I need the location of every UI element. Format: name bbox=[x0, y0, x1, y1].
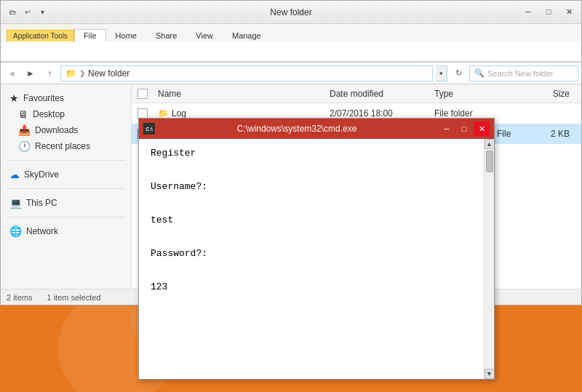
explorer-close-btn[interactable]: ✕ bbox=[559, 4, 578, 20]
qa-icon-1[interactable]: 🗁 bbox=[7, 5, 20, 18]
desktop-icon: 🖥 bbox=[18, 108, 28, 120]
path-icon: 📁 bbox=[65, 68, 76, 79]
cmd-scroll-down-btn[interactable]: ▼ bbox=[485, 369, 495, 379]
thispc-icon: 💻 bbox=[9, 197, 22, 209]
sidebar-favourites-label: Favourites bbox=[23, 93, 125, 103]
explorer-minimize-btn[interactable]: ─ bbox=[519, 4, 538, 20]
sidebar-thispc-section: 💻 This PC bbox=[1, 192, 131, 214]
sidebar-network-label: Network bbox=[26, 226, 125, 236]
sidebar-network-section: 🌐 Network bbox=[1, 220, 131, 242]
downloads-icon: 📥 bbox=[18, 124, 31, 136]
ribbon-content bbox=[1, 41, 581, 62]
sidebar-desktop-label: Desktop bbox=[33, 109, 125, 119]
sidebar-item-recent[interactable]: 🕐 Recent places bbox=[1, 138, 131, 154]
cmd-title-text: C:\windows\system32\cmd.exe bbox=[158, 124, 436, 134]
quick-access-toolbar: 🗁 ↩ ▾ bbox=[4, 4, 52, 20]
sidebar-item-downloads[interactable]: 📥 Downloads bbox=[1, 122, 131, 138]
recent-icon: 🕐 bbox=[18, 140, 31, 152]
tab-share[interactable]: Share bbox=[146, 29, 186, 41]
sidebar-divider-3 bbox=[7, 217, 125, 217]
header-checkbox[interactable] bbox=[137, 89, 148, 99]
explorer-maximize-btn[interactable]: □ bbox=[539, 4, 558, 20]
cmd-minimize-btn[interactable]: ─ bbox=[439, 121, 455, 136]
cmd-line-blank2 bbox=[151, 198, 472, 209]
ribbon-tabs: Application Tools File Home Share View M… bbox=[1, 24, 581, 41]
header-name[interactable]: Name bbox=[158, 89, 327, 99]
sidebar-skydrive-label: SkyDrive bbox=[24, 169, 125, 180]
tab-manage[interactable]: Manage bbox=[223, 29, 271, 41]
cmd-maximize-btn[interactable]: □ bbox=[456, 121, 472, 136]
sidebar: ★ Favourites 🖥 Desktop 📥 Downloads 🕐 Rec… bbox=[1, 84, 132, 289]
tab-view[interactable]: View bbox=[186, 29, 223, 41]
cmd-content[interactable]: Register Username?: test Password?: 123 bbox=[139, 139, 484, 379]
sidebar-downloads-label: Downloads bbox=[35, 125, 125, 135]
refresh-btn[interactable]: ↻ bbox=[450, 65, 466, 81]
search-icon: 🔍 bbox=[474, 68, 485, 78]
tab-file[interactable]: File bbox=[74, 29, 106, 42]
sidebar-recent-label: Recent places bbox=[35, 141, 125, 151]
explorer-title-text: New folder bbox=[7, 7, 575, 17]
cmd-line-blank3 bbox=[151, 231, 472, 242]
address-dropdown-btn[interactable]: ▾ bbox=[436, 65, 447, 81]
cmd-line-test: test bbox=[151, 215, 472, 225]
address-path[interactable]: 📁 ❯ New folder bbox=[60, 65, 433, 81]
header-checkbox-col bbox=[137, 89, 155, 99]
nav-back-btn[interactable]: ◄ bbox=[4, 65, 20, 81]
row0-icon: 📁 bbox=[158, 108, 169, 119]
sidebar-item-favourites-header: ★ Favourites bbox=[1, 90, 131, 106]
cmd-line-123: 123 bbox=[151, 281, 472, 292]
row0-name: 📁 Log bbox=[158, 108, 327, 119]
row0-checkbox-col bbox=[137, 108, 155, 119]
header-type[interactable]: Type bbox=[434, 89, 529, 99]
address-bar: ◄ ► ↑ 📁 ❯ New folder ▾ ↻ 🔍 Search New fo… bbox=[1, 63, 581, 84]
ribbon: Application Tools File Home Share View M… bbox=[1, 24, 581, 63]
sidebar-item-network[interactable]: 🌐 Network bbox=[1, 223, 131, 239]
cmd-line-blank4 bbox=[151, 265, 472, 276]
explorer-title-bar: 🗁 ↩ ▾ New folder ─ □ ✕ bbox=[1, 1, 581, 24]
sidebar-item-desktop[interactable]: 🖥 Desktop bbox=[1, 106, 131, 122]
cmd-icon-text: C:\ bbox=[146, 127, 152, 132]
row0-date: 2/07/2016 18:00 bbox=[330, 108, 431, 119]
cmd-line-register: Register bbox=[151, 148, 472, 159]
row0-checkbox[interactable] bbox=[137, 108, 148, 119]
tab-home[interactable]: Home bbox=[106, 29, 146, 41]
sidebar-item-skydrive[interactable]: ☁ SkyDrive bbox=[1, 167, 131, 183]
network-icon: 🌐 bbox=[9, 225, 22, 237]
path-segment: New folder bbox=[88, 68, 129, 79]
status-item-count: 2 items bbox=[7, 293, 32, 302]
cmd-window-icon: C:\ bbox=[143, 123, 155, 135]
cmd-scroll-up-btn[interactable]: ▲ bbox=[485, 139, 495, 149]
sidebar-item-thispc[interactable]: 💻 This PC bbox=[1, 195, 131, 211]
sidebar-divider-1 bbox=[7, 160, 125, 161]
row0-name-text: Log bbox=[172, 108, 186, 119]
cmd-body: Register Username?: test Password?: 123 … bbox=[139, 139, 494, 379]
cmd-line-password: Password?: bbox=[151, 248, 472, 259]
qa-icon-2[interactable]: ↩ bbox=[21, 5, 34, 18]
star-icon: ★ bbox=[9, 92, 19, 104]
row1-size: 2 KB bbox=[532, 129, 575, 139]
search-box[interactable]: 🔍 Search New folder bbox=[469, 65, 578, 81]
sidebar-skydrive-section: ☁ SkyDrive bbox=[1, 164, 131, 185]
sidebar-thispc-label: This PC bbox=[26, 198, 125, 208]
qa-icon-3[interactable]: ▾ bbox=[36, 5, 49, 18]
cmd-window-controls: ─ □ ✕ bbox=[439, 121, 490, 136]
nav-forward-btn[interactable]: ► bbox=[23, 65, 39, 81]
row0-type: File folder bbox=[434, 108, 529, 119]
cmd-scrollbar[interactable]: ▲ ▼ bbox=[484, 139, 494, 379]
cmd-title-bar: C:\ C:\windows\system32\cmd.exe ─ □ ✕ bbox=[139, 119, 494, 139]
cmd-window: C:\ C:\windows\system32\cmd.exe ─ □ ✕ Re… bbox=[138, 118, 495, 380]
nav-up-btn[interactable]: ↑ bbox=[41, 65, 57, 81]
skydrive-icon: ☁ bbox=[9, 169, 20, 180]
cmd-scroll-thumb[interactable] bbox=[486, 151, 493, 172]
cmd-line-blank1 bbox=[151, 164, 472, 175]
tab-app-tools[interactable]: Application Tools bbox=[7, 30, 74, 41]
cmd-close-btn[interactable]: ✕ bbox=[474, 121, 490, 136]
sidebar-divider-2 bbox=[7, 188, 125, 189]
file-list-header: Name Date modified Type Size bbox=[132, 84, 581, 103]
sidebar-favourites-section: ★ Favourites 🖥 Desktop 📥 Downloads 🕐 Rec… bbox=[1, 87, 131, 157]
header-size[interactable]: Size bbox=[532, 89, 575, 99]
header-date[interactable]: Date modified bbox=[330, 89, 431, 99]
search-placeholder: Search New folder bbox=[487, 69, 554, 78]
status-selected: 1 item selected bbox=[47, 293, 100, 302]
cmd-line-username: Username?: bbox=[151, 181, 472, 192]
